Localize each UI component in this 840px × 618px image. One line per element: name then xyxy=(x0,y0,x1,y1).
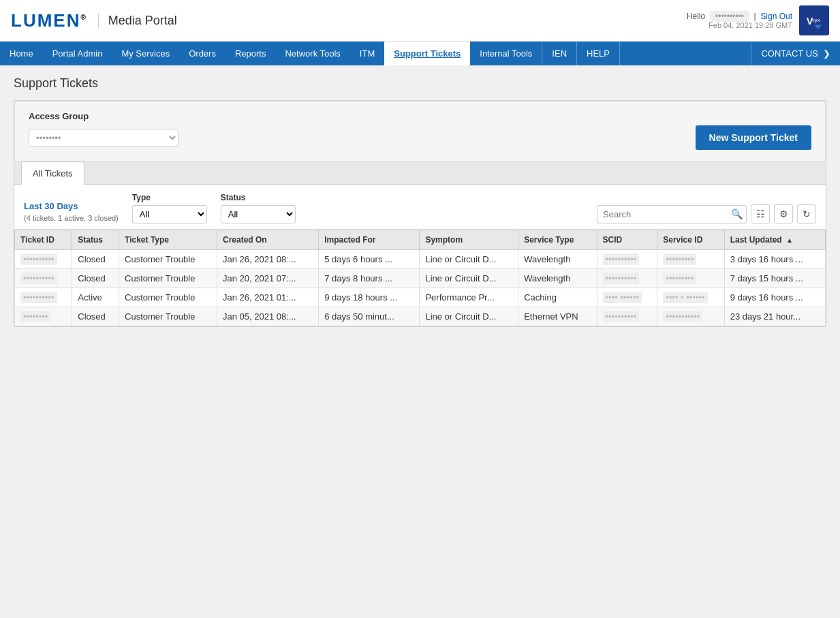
table-cell: Closed xyxy=(72,307,119,326)
settings-icon-button[interactable]: ⚙ xyxy=(774,204,793,223)
table-header: Ticket ID Status Ticket Type Created On … xyxy=(15,230,826,250)
nav-my-services[interactable]: My Services xyxy=(112,42,179,65)
table-cell: Customer Trouble xyxy=(119,307,217,326)
page-content: Support Tickets Access Group •••••••• Ne… xyxy=(0,65,840,602)
user-info: Hello •••••••••• | Sign Out Feb 04, 2021… xyxy=(687,12,792,29)
access-group-row: •••••••• New Support Ticket xyxy=(29,125,811,150)
search-icon-button[interactable]: 🔍 xyxy=(731,208,743,219)
status-filter-select[interactable]: All xyxy=(221,205,296,223)
table-cell: Line or Circuit D... xyxy=(420,307,518,326)
table-cell: •••••••••• xyxy=(597,307,657,326)
table-cell: Ethernet VPN xyxy=(518,307,597,326)
nav-ien[interactable]: IEN xyxy=(542,42,576,65)
col-last-updated[interactable]: Last Updated ▲ xyxy=(724,230,825,250)
col-status[interactable]: Status xyxy=(72,230,119,250)
table-cell: 6 days 50 minut... xyxy=(319,307,420,326)
nav-reports[interactable]: Reports xyxy=(225,42,276,65)
hello-label: Hello xyxy=(687,12,705,21)
sort-arrow-icon: ▲ xyxy=(786,236,793,244)
search-input[interactable] xyxy=(597,205,747,223)
table-cell: Line or Circuit D... xyxy=(420,269,518,288)
type-filter-label: Type xyxy=(132,193,207,202)
col-ticket-id[interactable]: Ticket ID xyxy=(15,230,72,250)
tab-all-tickets[interactable]: All Tickets xyxy=(21,161,84,185)
table-cell: Closed xyxy=(72,250,119,269)
table-cell: ••••••••• xyxy=(657,269,724,288)
filter-row: Last 30 Days (4 tickets, 1 active, 3 clo… xyxy=(14,185,826,229)
period-title[interactable]: Last 30 Days xyxy=(24,200,119,213)
table-cell: 5 days 6 hours ... xyxy=(319,250,420,269)
access-group-select[interactable]: •••••••• xyxy=(29,129,178,147)
col-impacted-for[interactable]: Impacted For xyxy=(319,230,420,250)
portal-title: Media Portal xyxy=(98,14,177,28)
table-cell: 7 days 8 hours ... xyxy=(319,269,420,288)
refresh-icon-button[interactable]: ↻ xyxy=(797,204,816,223)
search-box-wrap: 🔍 ☷ ⚙ ↻ xyxy=(597,204,816,223)
table-cell: 9 days 18 hours ... xyxy=(319,288,420,307)
table-body: ••••••••••ClosedCustomer TroubleJan 26, … xyxy=(15,250,826,326)
col-service-id[interactable]: Service ID xyxy=(657,230,724,250)
col-service-type[interactable]: Service Type xyxy=(518,230,597,250)
table-row: ••••••••ClosedCustomer TroubleJan 05, 20… xyxy=(15,307,826,326)
access-group-section: Access Group •••••••• New Support Ticket xyxy=(14,101,826,161)
main-nav: Home Portal Admin My Services Orders Rep… xyxy=(0,42,840,65)
tickets-table: Ticket ID Status Ticket Type Created On … xyxy=(14,230,826,326)
main-card: Access Group •••••••• New Support Ticket… xyxy=(14,100,826,327)
table-row: ••••••••••ActiveCustomer TroubleJan 26, … xyxy=(15,288,826,307)
table-cell[interactable]: •••••••••• xyxy=(15,288,72,307)
datetime: Feb 04, 2021 19:28 GMT xyxy=(687,21,792,29)
nav-itm[interactable]: ITM xyxy=(350,42,384,65)
new-support-ticket-button[interactable]: New Support Ticket xyxy=(696,125,811,150)
sign-out-link[interactable]: Sign Out xyxy=(760,12,792,21)
logo-area: LUMEN® Media Portal xyxy=(11,10,177,31)
table-cell: Jan 26, 2021 01:... xyxy=(217,288,319,307)
type-filter-group: Type All xyxy=(132,193,207,223)
table-row: ••••••••••ClosedCustomer TroubleJan 26, … xyxy=(15,250,826,269)
type-filter-select[interactable]: All xyxy=(132,205,207,223)
columns-icon-button[interactable]: ☷ xyxy=(751,204,770,223)
table-cell: Jan 26, 2021 08:... xyxy=(217,250,319,269)
nav-internal-tools[interactable]: Internal Tools xyxy=(470,42,542,65)
table-cell: 9 days 16 hours ... xyxy=(724,288,825,307)
col-symptom[interactable]: Symptom xyxy=(420,230,518,250)
table-cell: Closed xyxy=(72,269,119,288)
table-cell: Jan 20, 2021 07:... xyxy=(217,269,319,288)
nav-portal-admin[interactable]: Portal Admin xyxy=(43,42,112,65)
table-cell: Customer Trouble xyxy=(119,269,217,288)
page-title: Support Tickets xyxy=(14,76,826,91)
table-cell: Customer Trouble xyxy=(119,288,217,307)
table-cell: 23 days 21 hour... xyxy=(724,307,825,326)
nav-home[interactable]: Home xyxy=(0,42,43,65)
nav-contact-us[interactable]: CONTACT US ❯ xyxy=(751,42,840,65)
access-group-label: Access Group xyxy=(29,111,811,121)
col-ticket-type[interactable]: Ticket Type xyxy=(119,230,217,250)
table-cell: Line or Circuit D... xyxy=(420,250,518,269)
nav-help[interactable]: HELP xyxy=(577,42,619,65)
username: •••••••••• xyxy=(710,11,749,22)
nav-network-tools[interactable]: Network Tools xyxy=(275,42,349,65)
svg-text:vyx: vyx xyxy=(812,17,820,23)
table-cell[interactable]: •••••••••• xyxy=(15,269,72,288)
table-cell: Active xyxy=(72,288,119,307)
period-sub: (4 tickets, 1 active, 3 closed) xyxy=(24,213,119,223)
table-cell: •••••••••• xyxy=(597,269,657,288)
table-cell: •••••••••• xyxy=(597,250,657,269)
col-created-on[interactable]: Created On xyxy=(217,230,319,250)
search-input-wrap: 🔍 xyxy=(597,205,747,223)
lumen-logo: LUMEN® xyxy=(11,10,87,31)
status-filter-label: Status xyxy=(221,193,296,202)
table-cell: Wavelength xyxy=(518,269,597,288)
table-cell: 7 days 15 hours ... xyxy=(724,269,825,288)
table-cell: ••••••••• xyxy=(657,250,724,269)
nav-orders[interactable]: Orders xyxy=(179,42,225,65)
table-row: ••••••••••ClosedCustomer TroubleJan 20, … xyxy=(15,269,826,288)
period-info: Last 30 Days (4 tickets, 1 active, 3 clo… xyxy=(24,200,119,223)
table-cell[interactable]: •••••••••• xyxy=(15,250,72,269)
table-cell: Customer Trouble xyxy=(119,250,217,269)
nav-support-tickets[interactable]: Support Tickets xyxy=(384,42,470,65)
table-cell: ••••••••••• xyxy=(657,307,724,326)
table-cell: •••• • •••••• xyxy=(657,288,724,307)
table-cell[interactable]: •••••••• xyxy=(15,307,72,326)
col-scid[interactable]: SCID xyxy=(597,230,657,250)
table-cell: Wavelength xyxy=(518,250,597,269)
